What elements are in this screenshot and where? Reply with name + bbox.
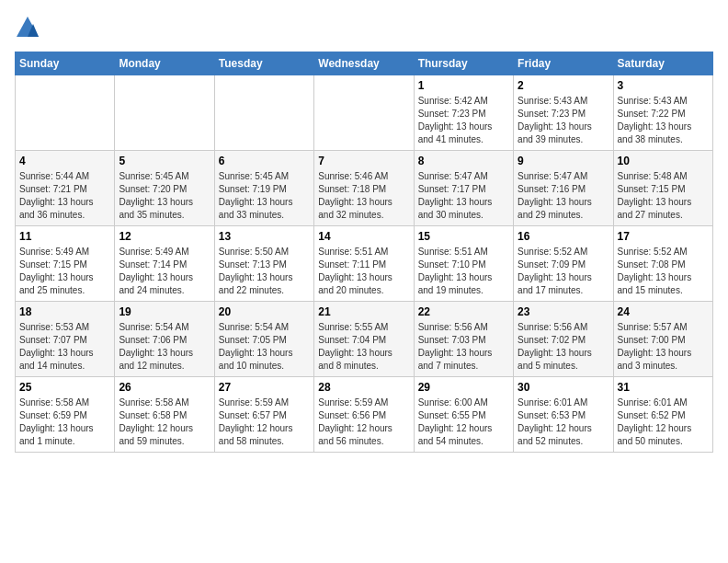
day-info: Sunrise: 5:54 AMSunset: 7:06 PMDaylight:… bbox=[119, 321, 210, 373]
weekday-header-wednesday: Wednesday bbox=[314, 52, 414, 75]
calendar-cell: 26Sunrise: 5:58 AMSunset: 6:58 PMDayligh… bbox=[115, 377, 214, 453]
weekday-header-thursday: Thursday bbox=[414, 52, 513, 75]
day-number: 31 bbox=[618, 381, 709, 394]
weekday-header-saturday: Saturday bbox=[613, 52, 712, 75]
day-number: 23 bbox=[518, 305, 609, 318]
day-number: 26 bbox=[119, 381, 210, 394]
calendar-cell: 20Sunrise: 5:54 AMSunset: 7:05 PMDayligh… bbox=[214, 302, 313, 377]
day-number: 1 bbox=[418, 79, 509, 92]
day-info: Sunrise: 5:53 AMSunset: 7:07 PMDaylight:… bbox=[19, 321, 110, 373]
day-info: Sunrise: 5:59 AMSunset: 6:57 PMDaylight:… bbox=[219, 396, 310, 448]
calendar-cell: 10Sunrise: 5:48 AMSunset: 7:15 PMDayligh… bbox=[613, 151, 712, 226]
day-number: 25 bbox=[19, 381, 110, 394]
day-number: 22 bbox=[418, 305, 509, 318]
week-row-3: 11Sunrise: 5:49 AMSunset: 7:15 PMDayligh… bbox=[16, 226, 713, 302]
day-number: 13 bbox=[219, 230, 310, 243]
calendar-cell: 6Sunrise: 5:45 AMSunset: 7:19 PMDaylight… bbox=[214, 151, 313, 226]
week-row-5: 25Sunrise: 5:58 AMSunset: 6:59 PMDayligh… bbox=[16, 377, 713, 453]
calendar-cell: 17Sunrise: 5:52 AMSunset: 7:08 PMDayligh… bbox=[613, 226, 712, 302]
day-number: 16 bbox=[518, 230, 609, 243]
day-info: Sunrise: 5:49 AMSunset: 7:14 PMDaylight:… bbox=[119, 246, 210, 297]
calendar-cell: 28Sunrise: 5:59 AMSunset: 6:56 PMDayligh… bbox=[314, 377, 414, 453]
week-row-4: 18Sunrise: 5:53 AMSunset: 7:07 PMDayligh… bbox=[16, 302, 713, 377]
calendar-cell bbox=[115, 75, 214, 151]
calendar-cell: 18Sunrise: 5:53 AMSunset: 7:07 PMDayligh… bbox=[16, 302, 115, 377]
calendar-cell: 23Sunrise: 5:56 AMSunset: 7:02 PMDayligh… bbox=[514, 302, 613, 377]
day-number: 24 bbox=[618, 305, 709, 318]
logo-icon bbox=[15, 15, 40, 40]
day-number: 12 bbox=[119, 230, 210, 243]
calendar-cell: 2Sunrise: 5:43 AMSunset: 7:23 PMDaylight… bbox=[514, 75, 613, 151]
calendar-cell: 22Sunrise: 5:56 AMSunset: 7:03 PMDayligh… bbox=[414, 302, 513, 377]
calendar-cell: 24Sunrise: 5:57 AMSunset: 7:00 PMDayligh… bbox=[613, 302, 712, 377]
day-info: Sunrise: 6:00 AMSunset: 6:55 PMDaylight:… bbox=[418, 396, 509, 448]
week-row-1: 1Sunrise: 5:42 AMSunset: 7:23 PMDaylight… bbox=[16, 75, 713, 151]
day-number: 9 bbox=[518, 155, 609, 167]
day-number: 5 bbox=[119, 155, 210, 167]
day-number: 15 bbox=[418, 230, 509, 243]
day-info: Sunrise: 5:55 AMSunset: 7:04 PMDaylight:… bbox=[318, 321, 409, 373]
calendar-cell: 12Sunrise: 5:49 AMSunset: 7:14 PMDayligh… bbox=[115, 226, 214, 302]
day-info: Sunrise: 5:45 AMSunset: 7:20 PMDaylight:… bbox=[119, 170, 210, 222]
day-number: 10 bbox=[618, 155, 709, 167]
day-number: 3 bbox=[618, 79, 709, 92]
day-number: 29 bbox=[418, 381, 509, 394]
day-info: Sunrise: 5:50 AMSunset: 7:13 PMDaylight:… bbox=[219, 246, 310, 297]
calendar-cell: 7Sunrise: 5:46 AMSunset: 7:18 PMDaylight… bbox=[314, 151, 414, 226]
day-info: Sunrise: 5:51 AMSunset: 7:10 PMDaylight:… bbox=[418, 246, 509, 297]
day-number: 20 bbox=[219, 305, 310, 318]
day-info: Sunrise: 5:56 AMSunset: 7:03 PMDaylight:… bbox=[418, 321, 509, 373]
day-info: Sunrise: 5:43 AMSunset: 7:22 PMDaylight:… bbox=[618, 95, 709, 146]
day-info: Sunrise: 5:47 AMSunset: 7:16 PMDaylight:… bbox=[518, 170, 609, 222]
calendar-cell: 1Sunrise: 5:42 AMSunset: 7:23 PMDaylight… bbox=[414, 75, 513, 151]
day-info: Sunrise: 5:54 AMSunset: 7:05 PMDaylight:… bbox=[219, 321, 310, 373]
calendar-cell: 25Sunrise: 5:58 AMSunset: 6:59 PMDayligh… bbox=[16, 377, 115, 453]
day-number: 19 bbox=[119, 305, 210, 318]
calendar-cell: 31Sunrise: 6:01 AMSunset: 6:52 PMDayligh… bbox=[613, 377, 712, 453]
day-info: Sunrise: 5:57 AMSunset: 7:00 PMDaylight:… bbox=[618, 321, 709, 373]
day-number: 2 bbox=[518, 79, 609, 92]
day-info: Sunrise: 6:01 AMSunset: 6:52 PMDaylight:… bbox=[618, 396, 709, 448]
weekday-header-row: SundayMondayTuesdayWednesdayThursdayFrid… bbox=[16, 52, 713, 75]
day-info: Sunrise: 5:49 AMSunset: 7:15 PMDaylight:… bbox=[19, 246, 110, 297]
day-number: 11 bbox=[19, 230, 110, 243]
page-header bbox=[15, 15, 713, 40]
week-row-2: 4Sunrise: 5:44 AMSunset: 7:21 PMDaylight… bbox=[16, 151, 713, 226]
calendar-cell: 15Sunrise: 5:51 AMSunset: 7:10 PMDayligh… bbox=[414, 226, 513, 302]
day-number: 18 bbox=[19, 305, 110, 318]
day-info: Sunrise: 5:52 AMSunset: 7:09 PMDaylight:… bbox=[518, 246, 609, 297]
calendar-cell: 5Sunrise: 5:45 AMSunset: 7:20 PMDaylight… bbox=[115, 151, 214, 226]
weekday-header-sunday: Sunday bbox=[16, 52, 115, 75]
weekday-header-friday: Friday bbox=[514, 52, 613, 75]
weekday-header-monday: Monday bbox=[115, 52, 214, 75]
calendar-cell: 3Sunrise: 5:43 AMSunset: 7:22 PMDaylight… bbox=[613, 75, 712, 151]
day-info: Sunrise: 5:47 AMSunset: 7:17 PMDaylight:… bbox=[418, 170, 509, 222]
calendar-cell: 13Sunrise: 5:50 AMSunset: 7:13 PMDayligh… bbox=[214, 226, 313, 302]
day-info: Sunrise: 5:43 AMSunset: 7:23 PMDaylight:… bbox=[518, 95, 609, 146]
calendar-cell bbox=[314, 75, 414, 151]
day-info: Sunrise: 5:59 AMSunset: 6:56 PMDaylight:… bbox=[318, 396, 409, 448]
day-info: Sunrise: 5:45 AMSunset: 7:19 PMDaylight:… bbox=[219, 170, 310, 222]
calendar-cell: 8Sunrise: 5:47 AMSunset: 7:17 PMDaylight… bbox=[414, 151, 513, 226]
calendar-cell: 21Sunrise: 5:55 AMSunset: 7:04 PMDayligh… bbox=[314, 302, 414, 377]
day-info: Sunrise: 5:46 AMSunset: 7:18 PMDaylight:… bbox=[318, 170, 409, 222]
day-number: 17 bbox=[618, 230, 709, 243]
calendar-cell: 19Sunrise: 5:54 AMSunset: 7:06 PMDayligh… bbox=[115, 302, 214, 377]
calendar-cell: 11Sunrise: 5:49 AMSunset: 7:15 PMDayligh… bbox=[16, 226, 115, 302]
day-info: Sunrise: 5:51 AMSunset: 7:11 PMDaylight:… bbox=[318, 246, 409, 297]
day-info: Sunrise: 5:58 AMSunset: 6:59 PMDaylight:… bbox=[19, 396, 110, 448]
day-number: 8 bbox=[418, 155, 509, 167]
day-info: Sunrise: 5:52 AMSunset: 7:08 PMDaylight:… bbox=[618, 246, 709, 297]
calendar-cell bbox=[16, 75, 115, 151]
day-info: Sunrise: 6:01 AMSunset: 6:53 PMDaylight:… bbox=[518, 396, 609, 448]
day-info: Sunrise: 5:48 AMSunset: 7:15 PMDaylight:… bbox=[618, 170, 709, 222]
day-info: Sunrise: 5:56 AMSunset: 7:02 PMDaylight:… bbox=[518, 321, 609, 373]
day-number: 28 bbox=[318, 381, 409, 394]
day-number: 27 bbox=[219, 381, 310, 394]
calendar-cell bbox=[214, 75, 313, 151]
calendar-cell: 16Sunrise: 5:52 AMSunset: 7:09 PMDayligh… bbox=[514, 226, 613, 302]
weekday-header-tuesday: Tuesday bbox=[214, 52, 313, 75]
calendar-cell: 30Sunrise: 6:01 AMSunset: 6:53 PMDayligh… bbox=[514, 377, 613, 453]
day-info: Sunrise: 5:42 AMSunset: 7:23 PMDaylight:… bbox=[418, 95, 509, 146]
calendar-cell: 4Sunrise: 5:44 AMSunset: 7:21 PMDaylight… bbox=[16, 151, 115, 226]
